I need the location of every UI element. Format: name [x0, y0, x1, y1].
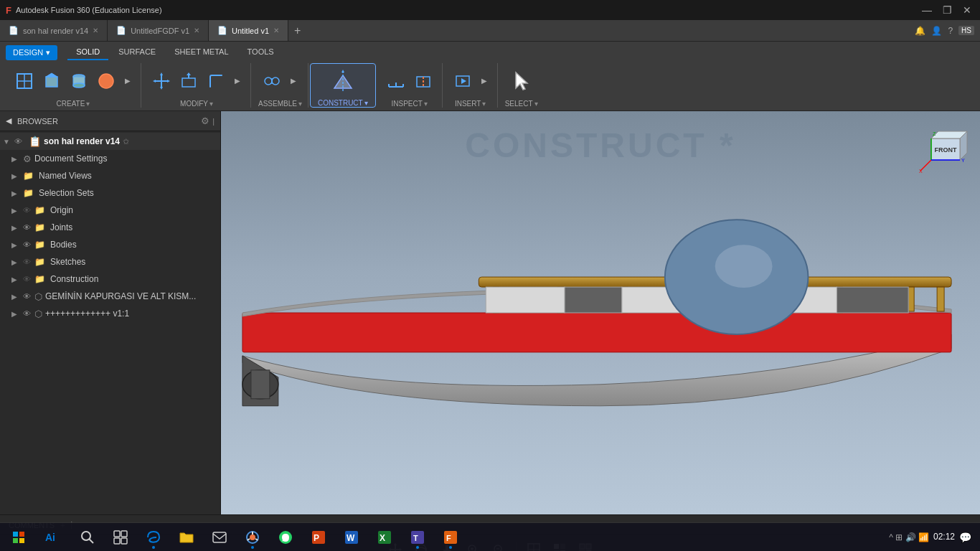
browser-header: ◀ BROWSER ⚙ |	[0, 111, 220, 131]
taskbar-teams[interactable]: T	[402, 524, 433, 551]
taskbar-whatsapp[interactable]	[270, 524, 301, 551]
notifications-icon[interactable]: 💬	[959, 532, 971, 543]
joints-eye-icon[interactable]: 👁	[23, 223, 34, 232]
tab-close-3[interactable]: ✕	[273, 27, 279, 34]
gemi-eye-icon[interactable]: 👁	[23, 292, 34, 301]
insert-canvas-btn[interactable]	[450, 67, 476, 95]
construct-arrow: ▾	[364, 99, 368, 107]
add-tab-button[interactable]: +	[288, 24, 306, 37]
bodies-eye-icon[interactable]: 👁	[23, 240, 34, 249]
svg-rect-59	[251, 370, 270, 399]
plus-eye-icon[interactable]: 👁	[23, 309, 34, 318]
start-button[interactable]	[3, 524, 34, 551]
taskbar-powerpoint[interactable]: P	[303, 524, 334, 551]
gemi-label: GEMİNİN KAPURGASI VE ALT KISM...	[45, 291, 196, 301]
restore-button[interactable]: ❐	[940, 3, 954, 17]
tab-label-2: UntitledFGDF v1	[131, 27, 189, 35]
tree-item-selection-sets[interactable]: ▶ 📁 Selection Sets	[0, 184, 220, 202]
insert-other-btn[interactable]: ▶	[477, 67, 491, 95]
select-btn[interactable]	[506, 67, 537, 95]
taskbar-search[interactable]	[72, 524, 103, 551]
tree-item-origin[interactable]: ▶ 👁 📁 Origin	[0, 202, 220, 219]
tree-item-sketches[interactable]: ▶ 👁 📁 Sketches	[0, 253, 220, 270]
ai-button[interactable]: Ai	[34, 524, 66, 551]
tab-untitled[interactable]: 📄 Untitled v1 ✕	[209, 20, 288, 41]
tree-item-bodies[interactable]: ▶ 👁 📁 Bodies	[0, 236, 220, 253]
inspect-measure-btn[interactable]	[383, 67, 409, 95]
browser-collapse-icon[interactable]: ◀	[6, 116, 11, 126]
svg-marker-11	[153, 80, 156, 83]
tab-untitled-fgdf[interactable]: 📄 UntitledFGDF v1 ✕	[108, 20, 209, 41]
tab-sheet-metal[interactable]: SHEET METAL	[166, 44, 237, 60]
create-box-btn[interactable]	[39, 67, 65, 95]
taskbar: Ai P W X	[0, 522, 980, 551]
modify-push-pull-btn[interactable]	[176, 67, 202, 95]
taskbar-mail[interactable]	[204, 524, 235, 551]
modify-move-btn[interactable]	[149, 67, 174, 95]
tree-item-gemi[interactable]: ▶ 👁 ⬡ GEMİNİN KAPURGASI VE ALT KISM...	[0, 288, 220, 305]
create-extrude-btn[interactable]	[11, 67, 37, 95]
create-cylinder-btn[interactable]	[66, 67, 92, 95]
tab-close-2[interactable]: ✕	[194, 27, 199, 34]
taskbar-chrome[interactable]	[237, 524, 268, 551]
tab-solid[interactable]: SOLID	[67, 44, 108, 60]
3d-viewport[interactable]: CONSTRUCT * FRONT X Z Y	[221, 111, 980, 514]
chrome-active-dot	[251, 546, 254, 549]
app-icon: F	[6, 5, 11, 16]
inspect-section-btn[interactable]	[410, 67, 436, 95]
tree-item-joints[interactable]: ▶ 👁 📁 Joints	[0, 219, 220, 236]
minimize-button[interactable]: —	[920, 3, 934, 17]
svg-rect-40	[242, 313, 951, 352]
svg-point-57	[715, 245, 773, 288]
root-visibility-icon[interactable]: 👁	[14, 137, 26, 146]
origin-eye-icon[interactable]: 👁	[23, 206, 34, 215]
tab-bar: 📄 son hal render v14 ✕ 📄 UntitledFGDF v1…	[0, 20, 980, 42]
svg-marker-12	[167, 80, 170, 83]
modify-other-btn[interactable]: ▶	[230, 67, 245, 95]
toolbar-container: DESIGN ▾ SOLID SURFACE SHEET METAL TOOLS	[0, 42, 980, 111]
svg-rect-49	[937, 287, 944, 311]
tab-tools[interactable]: TOOLS	[239, 44, 283, 60]
tree-item-construction[interactable]: ▶ 👁 📁 Construction	[0, 270, 220, 288]
sketches-eye-icon[interactable]: 👁	[23, 258, 34, 266]
gemi-expand-arrow: ▶	[11, 293, 23, 301]
ribbon-tabs: DESIGN ▾ SOLID SURFACE SHEET METAL TOOLS	[0, 42, 980, 60]
construct-plane-btn[interactable]	[327, 67, 359, 95]
assemble-joint-btn[interactable]	[259, 67, 285, 95]
taskbar-word[interactable]: W	[336, 524, 367, 551]
browser-root-item[interactable]: ▼ 👁 📋 son hal render v14 ✩	[0, 133, 220, 150]
taskbar-right: ^ ⊞ 🔊 📶 02:12 💬	[889, 532, 977, 543]
joints-folder-icon: 📁	[34, 222, 49, 232]
design-button[interactable]: DESIGN ▾	[6, 45, 57, 60]
taskbar-fusion[interactable]: F	[435, 524, 466, 551]
app-title: Autodesk Fusion 360 (Education License)	[16, 6, 920, 14]
tab-surface[interactable]: SURFACE	[110, 44, 164, 60]
help-icon: ?	[948, 26, 953, 36]
taskbar-taskview[interactable]	[105, 524, 136, 551]
tree-item-named-views[interactable]: ▶ 📁 Named Views	[0, 167, 220, 184]
browser-pin-icon[interactable]: |	[212, 117, 215, 126]
create-other-btn[interactable]: ▶	[121, 67, 135, 95]
tab-label-1: son hal render v14	[23, 27, 88, 35]
tab-son-hal[interactable]: 📄 son hal render v14 ✕	[0, 20, 108, 41]
tab-close-1[interactable]: ✕	[93, 27, 98, 34]
taskbar-excel[interactable]: X	[369, 524, 400, 551]
create-sphere-btn[interactable]	[93, 67, 119, 95]
svg-point-16	[272, 77, 279, 85]
taskbar-edge[interactable]	[138, 524, 169, 551]
taskbar-explorer[interactable]	[171, 524, 202, 551]
tree-item-plus[interactable]: ▶ 👁 ⬡ +++++++++++++ v1:1	[0, 305, 220, 322]
browser-settings-icon[interactable]: ⚙	[201, 116, 209, 126]
construction-eye-icon[interactable]: 👁	[23, 275, 34, 283]
origin-expand-arrow: ▶	[11, 207, 23, 215]
svg-rect-51	[565, 287, 622, 313]
assemble-other-btn[interactable]: ▶	[286, 67, 301, 95]
modify-fillet-btn[interactable]	[203, 67, 229, 95]
svg-point-87	[82, 532, 90, 540]
named-views-label: Named Views	[39, 171, 92, 181]
named-views-expand-arrow: ▶	[11, 172, 23, 180]
tree-item-doc-settings[interactable]: ▶ ⚙ Document Settings	[0, 150, 220, 167]
svg-line-88	[90, 539, 94, 543]
construction-label: Construction	[50, 274, 98, 284]
close-button[interactable]: ✕	[960, 3, 974, 17]
